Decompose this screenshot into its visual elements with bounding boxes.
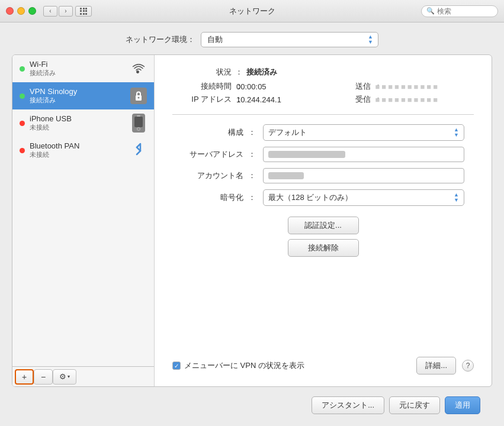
auth-settings-button[interactable]: 認証設定... bbox=[288, 217, 359, 234]
env-label: ネットワーク環境： bbox=[126, 34, 195, 45]
apps-button[interactable] bbox=[75, 6, 92, 17]
sidebar: Wi-Fi 接続済み bbox=[12, 55, 155, 386]
back-button[interactable]: ‹ bbox=[43, 6, 57, 17]
sidebar-item-wifi[interactable]: Wi-Fi 接続済み bbox=[12, 55, 154, 82]
encryption-select[interactable]: 最大（128 ビットのみ） ▲▼ bbox=[263, 189, 464, 206]
traffic-lights bbox=[6, 7, 36, 15]
form-row-server: サーバアドレス ： bbox=[172, 147, 474, 162]
detail-button[interactable]: 詳細... bbox=[416, 357, 456, 375]
right-panel: 状況 ： 接続済み 接続時間 ： 00:00:05 送信 ： ■■■■■■■■■… bbox=[155, 55, 492, 386]
config-label: 構成 bbox=[172, 127, 243, 138]
form-row-encryption: 暗号化 ： 最大（128 ビットのみ） ▲▼ bbox=[172, 189, 474, 206]
form-section: 構成 ： デフォルト ▲▼ サーバアドレス ： bbox=[172, 124, 474, 206]
server-address-blurred bbox=[268, 151, 345, 158]
sidebar-item-vpn[interactable]: VPN Sinology 接続済み bbox=[12, 82, 154, 109]
sidebar-item-bluetooth-status: 未接続 bbox=[30, 150, 126, 159]
gear-icon: ⚙ bbox=[59, 372, 66, 381]
sidebar-item-vpn-status: 接続済み bbox=[30, 96, 126, 105]
config-select-arrows-icon: ▲▼ bbox=[454, 127, 459, 138]
env-row: ネットワーク環境： 自動 ▲▼ bbox=[12, 32, 492, 47]
bottom-area: ✓ メニューバーに VPN の状況を表示 詳細... ? bbox=[172, 357, 474, 375]
server-address-input[interactable] bbox=[263, 147, 464, 162]
status-key: 状況 bbox=[172, 67, 232, 78]
env-select-value: 自動 bbox=[207, 34, 223, 45]
env-select-arrows-icon: ▲▼ bbox=[368, 34, 373, 45]
connection-time-value: 00:00:05 bbox=[236, 82, 335, 91]
forward-button[interactable]: › bbox=[59, 6, 73, 17]
status-dot-wifi bbox=[20, 66, 25, 72]
sidebar-item-vpn-name: VPN Sinology bbox=[30, 87, 126, 96]
add-network-button[interactable]: + bbox=[15, 369, 34, 385]
assistant-button[interactable]: アシスタント... bbox=[312, 396, 384, 414]
form-row-account: アカウント名 ： bbox=[172, 168, 474, 183]
ip-value: 10.244.244.1 bbox=[236, 95, 335, 104]
ip-key: IP アドレス bbox=[172, 94, 232, 105]
config-select[interactable]: デフォルト ▲▼ bbox=[263, 124, 464, 141]
vpn-menu-label: メニューバーに VPN の状況を表示 bbox=[184, 360, 304, 371]
footer: アシスタント... 元に戻す 適用 bbox=[12, 394, 492, 419]
send-value: ■■■■■■■■■■ bbox=[375, 82, 474, 91]
window-title: ネットワーク bbox=[229, 6, 275, 17]
sidebar-item-bluetooth[interactable]: Bluetooth PAN 未接続 bbox=[12, 137, 154, 164]
content-area: ネットワーク環境： 自動 ▲▼ Wi-Fi 接続済み bbox=[0, 22, 504, 426]
search-box[interactable]: 🔍 bbox=[421, 5, 498, 17]
wifi-icon bbox=[130, 60, 147, 77]
server-label: サーバアドレス bbox=[172, 149, 243, 160]
action-buttons: 認証設定... 接続解除 bbox=[172, 217, 474, 257]
status-dot-vpn bbox=[20, 93, 25, 99]
encryption-select-arrows-icon: ▲▼ bbox=[454, 192, 459, 203]
connection-time-key: 接続時間 bbox=[172, 81, 232, 92]
sidebar-item-iphone-status: 未接続 bbox=[30, 123, 126, 132]
account-name-blurred bbox=[268, 172, 304, 179]
account-name-input[interactable] bbox=[263, 168, 464, 183]
status-dot-bluetooth bbox=[20, 148, 25, 153]
status-section: 状況 ： 接続済み 接続時間 ： 00:00:05 送信 ： ■■■■■■■■■… bbox=[172, 67, 474, 105]
sidebar-item-wifi-name: Wi-Fi bbox=[30, 60, 126, 69]
vpn-icon bbox=[130, 88, 147, 104]
disconnect-button[interactable]: 接続解除 bbox=[288, 239, 359, 257]
vpn-menu-checkbox-wrap: ✓ メニューバーに VPN の状況を表示 bbox=[172, 360, 304, 371]
iphone-icon bbox=[130, 115, 147, 131]
maximize-button[interactable] bbox=[28, 7, 36, 15]
config-select-value: デフォルト bbox=[268, 127, 307, 138]
recv-value: ■■■■■■■■■■ bbox=[375, 95, 474, 104]
status-detail-grid: 接続時間 ： 00:00:05 送信 ： ■■■■■■■■■■ IP アドレス … bbox=[172, 81, 474, 105]
sidebar-toolbar: + − ⚙ ▾ bbox=[12, 366, 154, 386]
help-button[interactable]: ? bbox=[462, 360, 474, 372]
close-button[interactable] bbox=[6, 7, 14, 15]
apps-grid-icon bbox=[80, 8, 87, 15]
sidebar-item-iphone[interactable]: iPhone USB 未接続 bbox=[12, 109, 154, 137]
sidebar-item-bluetooth-name: Bluetooth PAN bbox=[30, 141, 126, 150]
sidebar-item-wifi-status: 接続済み bbox=[30, 69, 126, 78]
vpn-menu-checkbox[interactable]: ✓ bbox=[172, 362, 181, 370]
bluetooth-icon bbox=[130, 142, 147, 159]
status-row-main: 状況 ： 接続済み bbox=[172, 67, 474, 78]
account-label: アカウント名 bbox=[172, 170, 243, 181]
form-row-config: 構成 ： デフォルト ▲▼ bbox=[172, 124, 474, 141]
recv-key: 受信 bbox=[335, 94, 371, 105]
divider bbox=[172, 114, 474, 115]
sidebar-item-iphone-name: iPhone USB bbox=[30, 114, 126, 123]
remove-network-button[interactable]: − bbox=[34, 369, 53, 385]
encryption-select-value: 最大（128 ビットのみ） bbox=[268, 192, 352, 203]
nav-buttons: ‹ › bbox=[43, 6, 73, 17]
status-value: 接続済み bbox=[246, 67, 277, 78]
svg-point-1 bbox=[138, 97, 140, 99]
gear-menu-button[interactable]: ⚙ ▾ bbox=[53, 369, 76, 385]
chevron-down-icon: ▾ bbox=[68, 374, 70, 379]
revert-button[interactable]: 元に戻す bbox=[389, 396, 440, 414]
status-dot-iphone bbox=[20, 121, 25, 126]
search-input[interactable] bbox=[437, 7, 493, 15]
minimize-button[interactable] bbox=[17, 7, 25, 15]
send-key: 送信 bbox=[335, 81, 371, 92]
main-panel: Wi-Fi 接続済み bbox=[12, 54, 492, 387]
title-bar: ‹ › ネットワーク 🔍 bbox=[0, 0, 504, 22]
apply-button[interactable]: 適用 bbox=[445, 396, 480, 414]
env-select[interactable]: 自動 ▲▼ bbox=[201, 32, 378, 47]
search-icon: 🔍 bbox=[426, 7, 435, 15]
encryption-label: 暗号化 bbox=[172, 192, 243, 203]
sidebar-list: Wi-Fi 接続済み bbox=[12, 55, 154, 366]
